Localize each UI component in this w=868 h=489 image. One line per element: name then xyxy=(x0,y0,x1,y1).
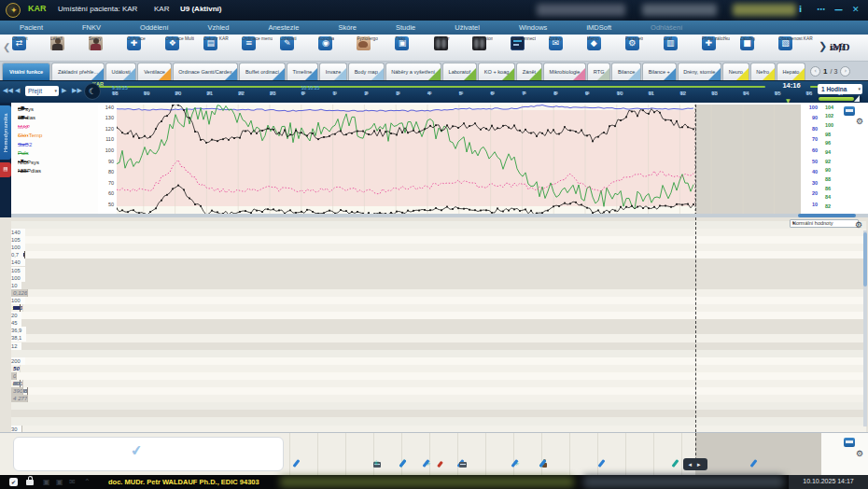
legend-item-puls[interactable]: Puls xyxy=(12,149,98,159)
toolbar-forward-chevron-icon[interactable]: ❯ xyxy=(819,40,827,52)
toolbar-button-occupancy[interactable]: ▧Obsazenost KAR xyxy=(778,35,817,61)
info-icon[interactable]: i xyxy=(799,5,802,14)
time-cursor[interactable] xyxy=(695,105,696,216)
axis-tick: 120 xyxy=(97,126,114,132)
lock-icon[interactable] xyxy=(26,480,34,485)
datetime-panel: 10.10.2025 14:17 xyxy=(789,475,868,489)
toolbar-button-messages[interactable]: ✉Zprávy xyxy=(549,35,587,61)
toolbar-button-chart-folder[interactable]: ▤Dekurz KAR xyxy=(203,35,242,61)
value-cell[interactable]: 100 xyxy=(11,380,23,387)
menu-item-u-ivatel[interactable]: Uživatel xyxy=(435,21,499,35)
legend-item-bpdias[interactable]: ■BPdias xyxy=(12,114,98,123)
side-tab-alert[interactable]: ▤ xyxy=(0,162,11,177)
toolbar-button-consult[interactable]: ◉Koncilia xyxy=(318,35,357,61)
menu-item-sk-re[interactable]: Skóre xyxy=(318,21,376,35)
tab-invaze[interactable]: Invaze xyxy=(319,63,347,80)
timeline-zoom-slider[interactable] xyxy=(818,96,862,102)
legend-item-map[interactable]: MAP xyxy=(12,122,98,132)
tab-bilance[interactable]: Bilance xyxy=(611,63,641,80)
legend-item-nibpdias[interactable]: ▲NIBPdias xyxy=(12,167,98,176)
scrollbar-thumb[interactable] xyxy=(863,232,867,286)
toolbar-button-orders-menu[interactable]: ≡Ordinace menu xyxy=(242,35,280,61)
menu-item-imdsoft[interactable]: iMDSoft xyxy=(567,21,631,35)
tab-buffet-ordinac-[interactable]: Buffet ordinací xyxy=(239,63,285,80)
toolbar-button-nurse-photo[interactable]: Sestry xyxy=(89,35,127,61)
print-icon[interactable] xyxy=(844,438,855,447)
menu-item-pacient[interactable]: Pacient xyxy=(0,21,63,35)
tab-mikrobiologie[interactable]: Mikrobiologie xyxy=(543,63,586,80)
settings-gear-icon[interactable]: ⚙ xyxy=(856,117,863,126)
pager-next-icon[interactable]: › xyxy=(840,66,850,77)
print-icon[interactable] xyxy=(844,106,855,116)
vitals-plot[interactable] xyxy=(117,105,801,216)
redacted-status-info xyxy=(280,477,574,487)
toolbar-button-webvision[interactable]: WebVision xyxy=(472,35,511,61)
time-range-select[interactable]: 1 Hodina▾ xyxy=(818,84,862,94)
tab-n-b-ry-a-vy-et-en-[interactable]: Náběry a vyšetření xyxy=(385,63,441,80)
value-cell[interactable]: 97 xyxy=(11,304,21,312)
toolbar-button-ventilator[interactable]: VentConnect xyxy=(511,35,549,61)
legend-item-skintemp[interactable]: SkinTemp xyxy=(12,132,98,141)
tab-hepato[interactable]: Hepato xyxy=(777,63,805,80)
legend-item-nibpsys[interactable]: ▼NIBPsys xyxy=(12,158,98,167)
night-mode-icon[interactable]: ☾ xyxy=(84,83,101,100)
menu-item-odd-len-[interactable]: Oddělení xyxy=(120,21,188,35)
tab-vit-ln-funkce[interactable]: Vitální funkce xyxy=(2,63,50,80)
more-icon[interactable]: ⋯ xyxy=(817,5,825,14)
tab-ordinace-gantt-cardex[interactable]: Ordinace Gantt/Cardex xyxy=(173,63,239,80)
vertical-scrollbar[interactable] xyxy=(863,231,867,426)
pager-prev-icon[interactable]: ‹ xyxy=(810,66,820,77)
tab-laborato-[interactable]: Laboratoř xyxy=(442,63,477,80)
menu-item-anestezie[interactable]: Anestezie xyxy=(248,21,318,35)
axis-tick: 88 xyxy=(825,176,840,182)
toolbar-button-memo[interactable]: ◆Memo xyxy=(587,35,625,61)
minimize-icon[interactable]: — xyxy=(834,5,843,14)
table-row: Průměrná hodinová diuré...54455444444400… xyxy=(11,372,866,380)
tab-timeline[interactable]: Timeline xyxy=(287,63,318,80)
tab-bilance-[interactable]: Bilance + xyxy=(642,63,677,80)
menu-item-windows[interactable]: Windows xyxy=(499,21,567,35)
toolbar-button-xray-viewer[interactable]: xViewer xyxy=(434,35,472,61)
toolbar-button-refresh[interactable]: ⇄Obnovit xyxy=(12,35,50,61)
tab-body-map[interactable]: Body map xyxy=(348,63,385,80)
menu-item-odhl-en-[interactable]: Odhlášení xyxy=(631,21,702,35)
toolbar-button-doctor-photo[interactable]: Lékaři xyxy=(50,35,89,61)
toolbar-button-orders[interactable]: ✚Ordinace xyxy=(127,35,165,61)
tab-ko-koag[interactable]: KO + koag xyxy=(478,63,515,80)
settings-gear-icon[interactable]: ⚙ xyxy=(856,449,863,458)
value-cell[interactable]: 50 xyxy=(11,365,21,372)
toolbar-button-add-bookmark[interactable]: ✚Přidat záložku xyxy=(702,35,740,61)
tab-nefro[interactable]: Nefro xyxy=(750,63,776,80)
toolbar-button-graph[interactable]: ▥Graf xyxy=(664,35,702,61)
menu-item-studie[interactable]: Studie xyxy=(376,21,435,35)
tab-neuro[interactable]: Neuro xyxy=(722,63,749,80)
toolbar-button-physio-photo[interactable]: Fyzio/ergo xyxy=(357,35,395,61)
toolbar-button-events[interactable]: ✎Události xyxy=(280,35,318,61)
table-row: MAP6360886460646261636063657065676375607… xyxy=(11,236,866,244)
toolbar-button-label: VentConnect xyxy=(511,36,536,41)
tab-ventilace[interactable]: Ventilace xyxy=(137,63,171,80)
tab-z-kladn-p-ehle-[interactable]: Základní přehle... xyxy=(51,63,105,80)
tab-z-n-t[interactable]: Zánět xyxy=(516,63,542,80)
toolbar-button-orders-multi[interactable]: ❖Ordinace Multi xyxy=(165,35,203,61)
side-tab-hemodynamika[interactable]: Hemodynamika xyxy=(0,105,11,160)
menu-item-vzhled[interactable]: Vzhled xyxy=(189,21,249,35)
time-cursor[interactable] xyxy=(695,217,696,432)
close-icon[interactable]: ✕ xyxy=(852,5,860,14)
toolbar-button-parameter[interactable]: ⚙Parametr xyxy=(625,35,664,61)
cursor-drag-handle[interactable]: ◂ ▸ xyxy=(683,458,707,470)
legend-item-sao2[interactable]: SaO2 xyxy=(12,140,98,149)
settings-gear-icon[interactable]: ⚙ xyxy=(855,220,862,230)
normal-max: 140 xyxy=(11,229,25,236)
legend-item-bpsys[interactable]: ■BPsys xyxy=(12,105,98,114)
toolbar-back-chevron-icon[interactable]: ❮ xyxy=(3,42,10,52)
tab-rtg[interactable]: RTG xyxy=(587,63,610,80)
toolbar-button-print[interactable]: ▣Tisky xyxy=(395,35,433,61)
menu-item-fnkv[interactable]: FNKV xyxy=(63,21,120,35)
tab-pager: ‹1/ 3› xyxy=(806,63,866,80)
tab-ud-losti[interactable]: Události xyxy=(105,63,137,80)
tab-dr-ny-stomie[interactable]: Drény, stomie xyxy=(678,63,721,80)
confirm-check-icon[interactable]: ✔ xyxy=(9,478,18,486)
normal-values-select[interactable]: Normální hodnoty▾ xyxy=(790,219,859,228)
toolbar-button-bookmarks[interactable]: ■Záložky xyxy=(740,35,778,61)
